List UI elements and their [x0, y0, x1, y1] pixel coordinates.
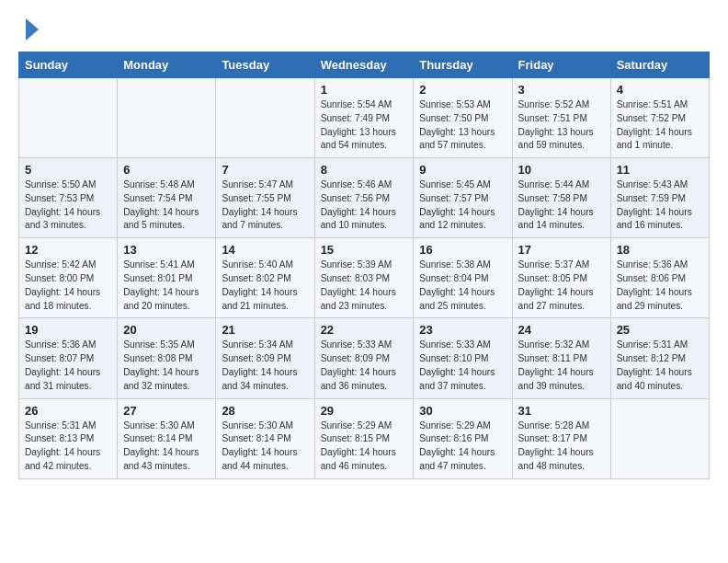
- calendar-cell: 16Sunrise: 5:38 AMSunset: 8:04 PMDayligh…: [414, 238, 512, 318]
- day-info: Sunrise: 5:33 AMSunset: 8:10 PMDaylight:…: [419, 339, 506, 393]
- calendar-cell: 22Sunrise: 5:33 AMSunset: 8:09 PMDayligh…: [314, 318, 414, 398]
- calendar-table: SundayMondayTuesdayWednesdayThursdayFrid…: [18, 52, 710, 479]
- day-number: 19: [25, 323, 111, 337]
- day-number: 5: [25, 163, 111, 177]
- calendar-cell: [19, 78, 118, 158]
- weekday-header-friday: Friday: [512, 52, 610, 78]
- logo-icon: [22, 17, 42, 42]
- day-number: 16: [419, 243, 506, 257]
- calendar-cell: [118, 78, 216, 158]
- calendar-cell: 17Sunrise: 5:37 AMSunset: 8:05 PMDayligh…: [512, 238, 610, 318]
- calendar-cell: 31Sunrise: 5:28 AMSunset: 8:17 PMDayligh…: [512, 398, 610, 478]
- day-info: Sunrise: 5:38 AMSunset: 8:04 PMDaylight:…: [419, 259, 506, 313]
- calendar-week-1: 1Sunrise: 5:54 AMSunset: 7:49 PMDaylight…: [19, 78, 710, 158]
- day-info: Sunrise: 5:43 AMSunset: 7:59 PMDaylight:…: [617, 178, 703, 233]
- calendar-cell: 24Sunrise: 5:32 AMSunset: 8:11 PMDayligh…: [512, 318, 610, 398]
- calendar-cell: 2Sunrise: 5:53 AMSunset: 7:50 PMDaylight…: [414, 78, 512, 158]
- calendar-cell: 20Sunrise: 5:35 AMSunset: 8:08 PMDayligh…: [118, 318, 216, 398]
- weekday-header-monday: Monday: [118, 52, 216, 78]
- day-number: 14: [222, 243, 308, 257]
- header: [18, 15, 710, 42]
- day-number: 3: [518, 83, 605, 97]
- calendar-cell: 29Sunrise: 5:29 AMSunset: 8:15 PMDayligh…: [314, 398, 414, 478]
- day-info: Sunrise: 5:47 AMSunset: 7:55 PMDaylight:…: [222, 178, 308, 233]
- calendar-cell: 15Sunrise: 5:39 AMSunset: 8:03 PMDayligh…: [314, 238, 414, 318]
- svg-marker-0: [26, 18, 39, 40]
- day-info: Sunrise: 5:50 AMSunset: 7:53 PMDaylight:…: [25, 178, 111, 233]
- day-number: 10: [518, 163, 605, 177]
- day-number: 13: [123, 243, 210, 257]
- day-number: 7: [222, 163, 308, 177]
- calendar-week-3: 12Sunrise: 5:42 AMSunset: 8:00 PMDayligh…: [19, 238, 710, 318]
- day-info: Sunrise: 5:35 AMSunset: 8:08 PMDaylight:…: [123, 339, 210, 393]
- calendar-cell: 18Sunrise: 5:36 AMSunset: 8:06 PMDayligh…: [610, 238, 709, 318]
- weekday-header-wednesday: Wednesday: [314, 52, 414, 78]
- calendar-cell: 30Sunrise: 5:29 AMSunset: 8:16 PMDayligh…: [414, 398, 512, 478]
- day-number: 30: [419, 404, 506, 418]
- day-info: Sunrise: 5:53 AMSunset: 7:50 PMDaylight:…: [419, 98, 506, 153]
- calendar-cell: 21Sunrise: 5:34 AMSunset: 8:09 PMDayligh…: [216, 318, 314, 398]
- day-number: 12: [25, 243, 111, 257]
- day-info: Sunrise: 5:29 AMSunset: 8:16 PMDaylight:…: [419, 419, 506, 474]
- calendar-cell: 12Sunrise: 5:42 AMSunset: 8:00 PMDayligh…: [19, 238, 118, 318]
- day-number: 31: [518, 404, 605, 418]
- calendar-cell: 26Sunrise: 5:31 AMSunset: 8:13 PMDayligh…: [19, 398, 118, 478]
- day-info: Sunrise: 5:46 AMSunset: 7:56 PMDaylight:…: [321, 178, 408, 233]
- calendar-week-2: 5Sunrise: 5:50 AMSunset: 7:53 PMDaylight…: [19, 158, 710, 238]
- calendar-cell: 8Sunrise: 5:46 AMSunset: 7:56 PMDaylight…: [314, 158, 414, 238]
- calendar-cell: 13Sunrise: 5:41 AMSunset: 8:01 PMDayligh…: [118, 238, 216, 318]
- day-info: Sunrise: 5:29 AMSunset: 8:15 PMDaylight:…: [321, 419, 408, 474]
- calendar-cell: [216, 78, 314, 158]
- day-info: Sunrise: 5:45 AMSunset: 7:57 PMDaylight:…: [419, 178, 506, 233]
- day-info: Sunrise: 5:51 AMSunset: 7:52 PMDaylight:…: [617, 98, 703, 153]
- calendar-cell: 3Sunrise: 5:52 AMSunset: 7:51 PMDaylight…: [512, 78, 610, 158]
- logo: [18, 15, 42, 42]
- day-number: 27: [123, 404, 210, 418]
- day-info: Sunrise: 5:39 AMSunset: 8:03 PMDaylight:…: [321, 259, 408, 313]
- day-number: 1: [321, 83, 408, 97]
- day-info: Sunrise: 5:31 AMSunset: 8:13 PMDaylight:…: [25, 419, 111, 474]
- day-number: 26: [25, 404, 111, 418]
- day-number: 11: [617, 163, 703, 177]
- day-info: Sunrise: 5:36 AMSunset: 8:06 PMDaylight:…: [617, 259, 703, 313]
- calendar-cell: 25Sunrise: 5:31 AMSunset: 8:12 PMDayligh…: [610, 318, 709, 398]
- day-number: 8: [321, 163, 408, 177]
- calendar-body: 1Sunrise: 5:54 AMSunset: 7:49 PMDaylight…: [19, 78, 710, 479]
- day-info: Sunrise: 5:54 AMSunset: 7:49 PMDaylight:…: [321, 98, 408, 153]
- calendar-cell: 7Sunrise: 5:47 AMSunset: 7:55 PMDaylight…: [216, 158, 314, 238]
- calendar-cell: 19Sunrise: 5:36 AMSunset: 8:07 PMDayligh…: [19, 318, 118, 398]
- day-info: Sunrise: 5:52 AMSunset: 7:51 PMDaylight:…: [518, 98, 605, 153]
- day-info: Sunrise: 5:41 AMSunset: 8:01 PMDaylight:…: [123, 259, 210, 313]
- day-info: Sunrise: 5:31 AMSunset: 8:12 PMDaylight:…: [617, 339, 703, 393]
- calendar-cell: 28Sunrise: 5:30 AMSunset: 8:14 PMDayligh…: [216, 398, 314, 478]
- day-info: Sunrise: 5:30 AMSunset: 8:14 PMDaylight:…: [222, 419, 308, 474]
- day-info: Sunrise: 5:33 AMSunset: 8:09 PMDaylight:…: [321, 339, 408, 393]
- day-info: Sunrise: 5:34 AMSunset: 8:09 PMDaylight:…: [222, 339, 308, 393]
- day-number: 22: [321, 323, 408, 337]
- weekday-header-thursday: Thursday: [414, 52, 512, 78]
- day-number: 15: [321, 243, 408, 257]
- day-number: 21: [222, 323, 308, 337]
- day-info: Sunrise: 5:32 AMSunset: 8:11 PMDaylight:…: [518, 339, 605, 393]
- calendar-week-5: 26Sunrise: 5:31 AMSunset: 8:13 PMDayligh…: [19, 398, 710, 478]
- weekday-header-row: SundayMondayTuesdayWednesdayThursdayFrid…: [19, 52, 710, 78]
- day-number: 9: [419, 163, 506, 177]
- day-info: Sunrise: 5:28 AMSunset: 8:17 PMDaylight:…: [518, 419, 605, 474]
- calendar-cell: [610, 398, 709, 478]
- calendar-cell: 11Sunrise: 5:43 AMSunset: 7:59 PMDayligh…: [610, 158, 709, 238]
- calendar-cell: 4Sunrise: 5:51 AMSunset: 7:52 PMDaylight…: [610, 78, 709, 158]
- day-info: Sunrise: 5:44 AMSunset: 7:58 PMDaylight:…: [518, 178, 605, 233]
- day-info: Sunrise: 5:48 AMSunset: 7:54 PMDaylight:…: [123, 178, 210, 233]
- day-info: Sunrise: 5:30 AMSunset: 8:14 PMDaylight:…: [123, 419, 210, 474]
- day-number: 18: [617, 243, 703, 257]
- page: SundayMondayTuesdayWednesdayThursdayFrid…: [0, 0, 728, 494]
- calendar-cell: 1Sunrise: 5:54 AMSunset: 7:49 PMDaylight…: [314, 78, 414, 158]
- day-info: Sunrise: 5:36 AMSunset: 8:07 PMDaylight:…: [25, 339, 111, 393]
- weekday-header-tuesday: Tuesday: [216, 52, 314, 78]
- day-number: 4: [617, 83, 703, 97]
- calendar-cell: 27Sunrise: 5:30 AMSunset: 8:14 PMDayligh…: [118, 398, 216, 478]
- day-info: Sunrise: 5:40 AMSunset: 8:02 PMDaylight:…: [222, 259, 308, 313]
- day-info: Sunrise: 5:37 AMSunset: 8:05 PMDaylight:…: [518, 259, 605, 313]
- day-number: 17: [518, 243, 605, 257]
- calendar-cell: 23Sunrise: 5:33 AMSunset: 8:10 PMDayligh…: [414, 318, 512, 398]
